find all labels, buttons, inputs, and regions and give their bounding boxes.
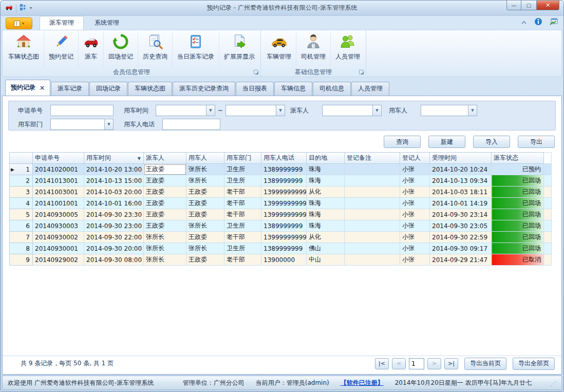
- table-cell[interactable]: 小张: [400, 175, 430, 186]
- table-row[interactable]: 2201410130012014-10-13 15:00王政委张所长卫生所138…: [10, 175, 552, 186]
- dispatch-status-cell[interactable]: 已回场: [492, 220, 544, 232]
- col-header-remark[interactable]: 登记备注: [345, 153, 400, 164]
- table-row[interactable]: 7201409300022014-09-30 22:00张所长王政委老干部139…: [10, 232, 552, 243]
- table-cell[interactable]: 小张: [400, 220, 430, 232]
- table-cell[interactable]: 卫生所: [224, 164, 261, 175]
- table-cell[interactable]: [345, 175, 400, 186]
- table-cell[interactable]: [345, 164, 400, 175]
- row-header[interactable]: ▶1: [10, 164, 33, 175]
- tab-close-icon[interactable]: ×: [40, 84, 45, 91]
- apply-no-input[interactable]: [50, 105, 114, 116]
- table-cell[interactable]: 珠海: [307, 209, 345, 220]
- table-cell[interactable]: 20140930003: [33, 220, 84, 232]
- table-cell[interactable]: 小张: [400, 254, 430, 266]
- table-cell[interactable]: 2014-10-01 16:00: [84, 198, 144, 209]
- table-cell[interactable]: 2014-10-03 20:00: [84, 186, 144, 198]
- table-cell[interactable]: 王政委: [186, 186, 224, 198]
- doc-tab-dispatch-record[interactable]: 派车记录: [51, 82, 89, 96]
- table-cell[interactable]: 2014-09-30 22:59: [430, 232, 492, 243]
- table-cell[interactable]: 小张: [400, 186, 430, 198]
- table-cell[interactable]: [345, 254, 400, 266]
- table-cell[interactable]: 2014-09-30 08:00: [84, 254, 144, 266]
- table-cell[interactable]: 佛山: [307, 243, 345, 254]
- table-cell[interactable]: [345, 209, 400, 220]
- export-button[interactable]: 导出: [518, 136, 555, 148]
- table-cell[interactable]: 13999999999: [261, 209, 307, 220]
- table-row[interactable]: 6201409300032014-09-30 23:00王政委张所长卫生所138…: [10, 220, 552, 232]
- col-header-phone[interactable]: 用车人电话: [261, 153, 307, 164]
- dispatch-status-cell[interactable]: 已取消: [492, 254, 544, 266]
- table-cell[interactable]: 张所长: [186, 175, 224, 186]
- col-header-car-user[interactable]: 用车人: [186, 153, 224, 164]
- table-cell[interactable]: 老干部: [224, 254, 261, 266]
- phone-input[interactable]: [162, 119, 220, 130]
- table-row[interactable]: ▶1201410200012014-10-20 13:00王政委张所长卫生所13…: [10, 164, 552, 175]
- vehicle-manage-button[interactable]: 车辆管理: [262, 31, 296, 67]
- table-row[interactable]: 5201409300052014-09-30 23:30王政委王政委老干部139…: [10, 209, 552, 220]
- row-header[interactable]: 4: [10, 198, 33, 209]
- dispatch-button[interactable]: 派车: [79, 31, 104, 67]
- table-cell[interactable]: 20141013001: [33, 175, 84, 186]
- table-cell[interactable]: 小张: [400, 232, 430, 243]
- department-select[interactable]: ▼: [50, 119, 114, 130]
- dispatcher-select[interactable]: ▼: [322, 105, 382, 116]
- minimize-button[interactable]: —: [506, 1, 521, 10]
- table-cell[interactable]: 1389999999: [261, 243, 307, 254]
- chevron-down-icon[interactable]: ▼: [206, 105, 215, 116]
- table-cell[interactable]: 2014-09-30 23:30: [84, 209, 144, 220]
- ribbon-collapse-icon[interactable]: [521, 19, 527, 26]
- table-cell[interactable]: 2014-10-13 15:00: [84, 175, 144, 186]
- table-row[interactable]: 9201409290022014-09-30 08:00张所长王政委老干部139…: [10, 254, 552, 266]
- table-row[interactable]: 4201410010012014-10-01 16:00王政委王政委老干部139…: [10, 198, 552, 209]
- quick-access-toolbar-icon[interactable]: [20, 4, 27, 12]
- first-page-button[interactable]: |<: [375, 358, 389, 369]
- col-header-use-time[interactable]: 用车时间▼: [84, 153, 144, 164]
- table-cell[interactable]: [345, 198, 400, 209]
- table-cell[interactable]: 珠海: [307, 198, 345, 209]
- extend-screen-button[interactable]: 扩展屏显示: [219, 31, 259, 67]
- use-time-to-select[interactable]: ▼: [225, 105, 285, 116]
- table-cell[interactable]: 小张: [400, 198, 430, 209]
- dialog-launcher-icon[interactable]: [359, 70, 364, 74]
- doc-tab-history-query[interactable]: 派车历史记录查询: [173, 82, 235, 96]
- chevron-down-icon[interactable]: ▼: [276, 105, 285, 116]
- table-cell[interactable]: [345, 220, 400, 232]
- row-header[interactable]: 7: [10, 232, 33, 243]
- row-header[interactable]: 6: [10, 220, 33, 232]
- maximize-button[interactable]: ▢: [521, 1, 536, 10]
- table-cell[interactable]: 王政委: [144, 220, 186, 232]
- close-button[interactable]: ✕: [536, 1, 559, 10]
- table-cell[interactable]: 珠海: [307, 164, 345, 175]
- next-page-button[interactable]: >: [427, 358, 441, 369]
- table-cell[interactable]: 2014-10-20 10:24: [430, 164, 492, 175]
- table-cell[interactable]: 2014-10-03 18:11: [430, 186, 492, 198]
- table-cell[interactable]: 13999999999: [261, 198, 307, 209]
- table-cell[interactable]: [345, 186, 400, 198]
- table-cell[interactable]: 张所长: [144, 232, 186, 243]
- ribbon-tab-system[interactable]: 系统管理: [85, 16, 129, 30]
- table-cell[interactable]: 卫生所: [224, 243, 261, 254]
- chevron-down-icon[interactable]: ▼: [372, 105, 381, 116]
- table-cell[interactable]: 张所长: [186, 164, 224, 175]
- prev-page-button[interactable]: <: [392, 358, 406, 369]
- table-cell[interactable]: 中山: [307, 254, 345, 266]
- table-cell[interactable]: 20141003001: [33, 186, 84, 198]
- car-user-select[interactable]: ▼: [421, 105, 477, 116]
- table-row[interactable]: 8201409300012014-09-30 20:00张所长张所长卫生所138…: [10, 243, 552, 254]
- table-cell[interactable]: 卫生所: [224, 220, 261, 232]
- table-cell[interactable]: 老干部: [224, 186, 261, 198]
- table-cell[interactable]: 2014-09-30 20:00: [84, 243, 144, 254]
- ribbon-tab-dispatch[interactable]: 派车管理: [40, 16, 84, 30]
- table-cell[interactable]: 2014-09-30 23:05: [430, 220, 492, 232]
- return-register-button[interactable]: 回场登记: [104, 31, 138, 67]
- table-cell[interactable]: 张所长: [186, 220, 224, 232]
- doc-tab-driver-info[interactable]: 司机信息: [313, 82, 351, 96]
- row-header[interactable]: 3: [10, 186, 33, 198]
- col-header-dispatcher[interactable]: 派车人: [144, 153, 186, 164]
- col-header-registrar[interactable]: 登记人: [400, 153, 430, 164]
- table-cell[interactable]: 珠海: [307, 175, 345, 186]
- col-header-accept-time[interactable]: 受理时间: [430, 153, 492, 164]
- table-cell[interactable]: 2014-09-30 09:17: [430, 243, 492, 254]
- new-button[interactable]: 新建: [428, 136, 465, 148]
- table-cell[interactable]: 2014-09-30 22:00: [84, 232, 144, 243]
